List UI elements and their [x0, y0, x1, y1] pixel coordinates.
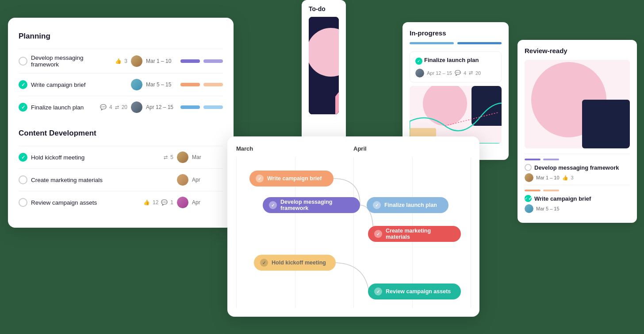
inprogress-title: In-progress: [410, 29, 502, 37]
table-row[interactable]: Finalize launch plan 💬 4 ⇄ 20 Apr 12 – 1…: [19, 96, 223, 118]
gantt-grid: ✓ Write campaign brief ✓ Develop messagi…: [236, 157, 471, 308]
inprogress-artwork: [410, 86, 502, 144]
table-row[interactable]: Develop messaging framework 👍 3 Mar 1 – …: [19, 49, 223, 73]
check-icon[interactable]: [19, 175, 27, 184]
gantt-bar-develop-messaging[interactable]: ✓ Develop messaging framework: [263, 197, 360, 213]
avatar: [177, 151, 188, 163]
grid-line: [353, 157, 354, 308]
task-card-inprogress[interactable]: ✓ Finalize launch plan Apr 12 – 15 💬 4 ⇄…: [410, 51, 502, 82]
gantt-task-label: Review campaign assets: [386, 288, 451, 295]
gantt-bar-review-assets[interactable]: ✓ Review campaign assets: [368, 284, 461, 299]
check-icon: [525, 164, 532, 171]
task-meta: 👍 12 💬 1: [143, 199, 173, 206]
subtask-icon: ⇄: [115, 105, 119, 110]
table-row[interactable]: Review campaign assets 👍 12 💬 1 Apr: [19, 191, 223, 214]
date-range: Apr 12 – 15: [146, 104, 177, 110]
gantt-bar-write-campaign[interactable]: ✓ Write campaign brief: [249, 171, 334, 186]
thumb-count: 3: [571, 175, 574, 180]
review-bar-2: [543, 159, 559, 160]
comment-count: 1: [170, 199, 173, 206]
svg-rect-9: [582, 100, 630, 148]
grid-line: [471, 157, 471, 308]
task-name: Review campaign assets: [31, 199, 140, 206]
subtask-icon: ⇄: [469, 70, 473, 76]
gantt-task-label: Create marketing materials: [386, 228, 455, 240]
table-row[interactable]: Write campaign brief Mar 5 – 15: [19, 73, 223, 96]
progress-bar-1: [180, 83, 200, 86]
gantt-task-label: Finalize launch plan: [384, 202, 437, 208]
review-panel: Review-ready Develop messaging framework…: [518, 40, 637, 223]
review-item-row: Develop messaging framework: [525, 164, 630, 171]
grid-line: [236, 157, 237, 308]
progress-bar-2: [203, 59, 223, 63]
review-item-title-2: Write campaign brief: [534, 195, 591, 202]
date-range: Mar 1 – 10: [146, 58, 177, 64]
review-item-date: Mar 1 – 10: [536, 175, 560, 180]
gantt-bar-hold-kickoff[interactable]: ✓ Hold kickoff meeting: [254, 255, 336, 271]
comment-count: 4: [464, 70, 466, 76]
review-bar-orange-2: [543, 190, 559, 191]
review-bars-2: [525, 190, 630, 191]
review-bar-orange-1: [525, 190, 540, 191]
task-meta: 💬 4 ⇄ 20: [100, 104, 127, 110]
gantt-task-label: Write campaign brief: [267, 175, 322, 182]
avatar: [177, 197, 188, 208]
table-row[interactable]: Create marketing materials Apr: [19, 168, 223, 191]
comment-icon: 💬: [161, 199, 168, 206]
gantt-panel: March April ✓ Write campaign brief ✓ Dev…: [227, 136, 479, 317]
card-mini-title: Finalize launch plan: [424, 57, 479, 63]
subtask-count: 20: [475, 70, 481, 76]
table-row[interactable]: Hold kickoff meeting ⇄ 5 Mar: [19, 146, 223, 168]
review-artwork: [525, 60, 630, 148]
gantt-check-icon: ✓: [374, 287, 382, 295]
avatar: [525, 173, 533, 182]
todo-artwork: [309, 17, 339, 114]
avatar: [131, 79, 142, 90]
subtask-count: 20: [122, 104, 127, 110]
thumb-icon: 👍: [115, 58, 122, 64]
review-item-meta: Mar 1 – 10 👍 3: [525, 173, 630, 182]
check-icon-done[interactable]: [19, 103, 27, 112]
task-name: Hold kickoff meeting: [31, 154, 160, 161]
task-name: Develop messaging framework: [31, 54, 111, 68]
comment-icon: 💬: [100, 104, 107, 110]
progress-bar-blue: [410, 42, 454, 44]
gantt-bar-create-marketing[interactable]: ✓ Create marketing materials: [368, 226, 461, 242]
avatar: [177, 174, 188, 186]
gantt-month-march: March: [236, 145, 353, 152]
review-card-item-2[interactable]: ✓ Write campaign brief Mar 5 – 15: [525, 185, 630, 216]
progress-bar-2: [203, 105, 223, 109]
card-meta: Apr 12 – 15 💬 4 ⇄ 20: [415, 69, 496, 78]
date-range: Apr: [192, 177, 223, 183]
avatar: [525, 204, 533, 213]
date-range: Apr: [192, 199, 223, 206]
comment-icon: 💬: [455, 70, 461, 76]
review-item-date-2: Mar 5 – 15: [536, 206, 560, 211]
card-check: ✓ Finalize launch plan: [415, 57, 479, 66]
task-date: Apr 12 – 15: [427, 70, 452, 76]
check-icon-done[interactable]: [19, 153, 27, 162]
thumb-count: 12: [153, 199, 158, 206]
review-card-item-1[interactable]: Develop messaging framework Mar 1 – 10 👍…: [525, 154, 630, 185]
todo-panel: To-do: [302, 0, 346, 142]
check-icon[interactable]: [19, 57, 27, 66]
progress-bar-1: [180, 105, 200, 109]
content-dev-section-title: Content Development: [19, 129, 223, 138]
review-bar-1: [525, 159, 540, 160]
check-icon[interactable]: [19, 198, 27, 207]
review-bars: [525, 159, 630, 160]
svg-rect-5: [472, 86, 502, 126]
check-icon-done[interactable]: [19, 80, 27, 89]
date-range: Mar 5 – 15: [146, 82, 177, 88]
review-panel-title: Review-ready: [525, 47, 630, 54]
task-name: Finalize launch plan: [31, 104, 96, 111]
gantt-bar-finalize-launch[interactable]: ✓ Finalize launch plan: [367, 197, 448, 213]
avatar: [415, 69, 424, 78]
progress-bars: [410, 42, 502, 44]
avatar: [131, 55, 142, 67]
review-item-meta-2: Mar 5 – 15: [525, 204, 630, 213]
progress-bar-blue2: [457, 42, 502, 44]
thumb-icon: 👍: [143, 199, 150, 206]
todo-panel-title: To-do: [309, 5, 339, 12]
task-meta: 👍 3: [115, 58, 127, 64]
